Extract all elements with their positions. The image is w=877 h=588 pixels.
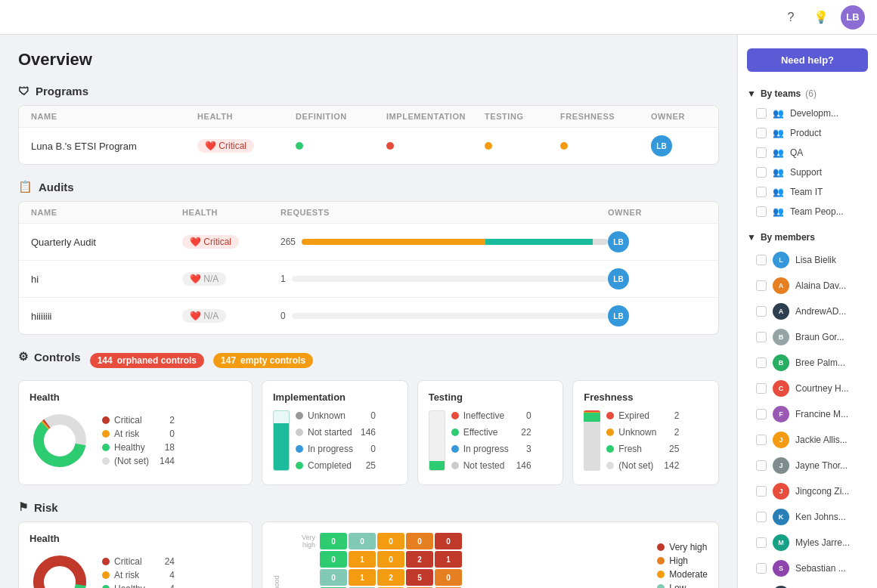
risk-atrisk-dot xyxy=(102,571,110,579)
sidebar-item-member-5[interactable]: C Courtney H... xyxy=(738,376,877,401)
member-checkbox[interactable] xyxy=(756,383,767,394)
member-checkbox[interactable] xyxy=(756,512,767,522)
unknown-dot xyxy=(296,412,303,419)
audit-name: hiiiiiii xyxy=(31,311,182,322)
table-row[interactable]: hiiiiiii ❤️ N/A 0 LB xyxy=(19,298,718,334)
team-icon: 👥 xyxy=(773,108,784,119)
sidebar-item-member-9[interactable]: J Jingcong Zi... xyxy=(738,478,877,504)
member-checkbox[interactable] xyxy=(756,357,767,368)
sidebar-item-member-2[interactable]: A AndrewAD... xyxy=(738,299,877,324)
team-checkbox[interactable] xyxy=(756,147,767,158)
member-checkbox[interactable] xyxy=(756,563,767,574)
team-icon: 👥 xyxy=(773,128,784,138)
controls-icon: ⚙ xyxy=(18,350,28,364)
program-freshness xyxy=(560,141,651,152)
member-checkbox[interactable] xyxy=(756,537,767,548)
low-dot xyxy=(657,584,665,588)
controls-implementation-card: Implementation Unknown 0 xyxy=(262,380,408,485)
sidebar-item-support[interactable]: 👥 Support xyxy=(738,162,877,182)
program-implementation xyxy=(386,141,485,152)
member-avatar: A xyxy=(773,303,789,320)
empty-count-badge[interactable]: 147 empty controls xyxy=(213,353,313,368)
sidebar-item-member-4[interactable]: B Bree Palm... xyxy=(738,350,877,376)
member-checkbox[interactable] xyxy=(756,460,767,471)
team-label: Product xyxy=(790,128,821,138)
member-checkbox[interactable] xyxy=(756,435,767,445)
by-members-header[interactable]: ▼ By members xyxy=(738,227,877,247)
sidebar-item-member-12[interactable]: S Sebastian ... xyxy=(738,556,877,581)
sidebar-item-member-1[interactable]: A Alaina Dav... xyxy=(738,273,877,299)
member-checkbox[interactable] xyxy=(756,409,767,419)
sidebar-item-development[interactable]: 👥 Developm... xyxy=(738,104,877,123)
user-avatar[interactable]: LB xyxy=(841,5,865,29)
member-avatar: M xyxy=(773,534,789,551)
audit-health: ❤️ N/A xyxy=(182,309,280,323)
table-row[interactable]: Quarterly Audit ❤️ Critical 265 LB xyxy=(19,224,718,261)
sidebar-item-member-7[interactable]: J Jackie Allis... xyxy=(738,427,877,453)
sidebar-item-member-11[interactable]: M Myles Jarre... xyxy=(738,530,877,556)
sidebar-item-member-3[interactable]: B Braun Gor... xyxy=(738,324,877,350)
risk-cards: Health Critical 24 xyxy=(18,521,719,588)
team-checkbox[interactable] xyxy=(756,206,767,217)
team-icon: 👥 xyxy=(773,206,784,217)
healthy-dot xyxy=(102,444,110,451)
controls-donut: Critical 2 At risk 0 Healthy xyxy=(29,410,241,471)
risk-legend-healthy: Healthy 4 xyxy=(102,583,175,588)
sidebar-item-member-8[interactable]: J Jayne Thor... xyxy=(738,453,877,478)
team-checkbox[interactable] xyxy=(756,167,767,178)
member-checkbox[interactable] xyxy=(756,332,767,342)
table-row[interactable]: Luna B.'s ETSI Program ❤️ Critical LB xyxy=(19,128,718,164)
risk-healthy-dot xyxy=(102,585,110,588)
audit-requests: 0 xyxy=(280,311,608,321)
col-definition: DEFINITION xyxy=(296,112,386,121)
sidebar-item-teamit[interactable]: 👥 Team IT xyxy=(738,182,877,202)
expired-dot xyxy=(606,412,614,419)
team-checkbox[interactable] xyxy=(756,108,767,119)
fresh-notset-dot xyxy=(606,462,614,469)
help-icon[interactable]: ? xyxy=(780,7,801,28)
audit-owner: LB xyxy=(608,231,706,252)
risk-legend-critical: Critical 24 xyxy=(102,556,175,567)
col-owner: OWNER xyxy=(651,112,711,121)
sidebar-item-teampeople[interactable]: 👥 Team Peop... xyxy=(738,202,877,221)
by-teams-header[interactable]: ▼ By teams (6) xyxy=(738,84,877,104)
risk-icon: ⚑ xyxy=(18,500,28,514)
sidebar-item-member-0[interactable]: L Lisa Bielik xyxy=(738,247,877,273)
orphaned-count-badge[interactable]: 144 orphaned controls xyxy=(90,353,204,368)
sidebar-item-member-13[interactable]: S Seth Warre... xyxy=(738,581,877,588)
need-help-button[interactable]: Need help? xyxy=(747,48,868,72)
member-avatar: L xyxy=(773,252,789,268)
sidebar-item-member-6[interactable]: F Francine M... xyxy=(738,401,877,427)
sidebar-item-product[interactable]: 👥 Product xyxy=(738,123,877,143)
member-label: Lisa Bielik xyxy=(795,255,836,265)
controls-health-legend: Critical 2 At risk 0 Healthy xyxy=(102,415,175,466)
member-checkbox[interactable] xyxy=(756,255,767,265)
audits-table-header: NAME HEALTH REQUESTS OWNER xyxy=(19,202,718,224)
chevron-down-icon: ▼ xyxy=(747,232,756,243)
audits-icon: 📋 xyxy=(18,180,33,193)
member-label: Bree Palm... xyxy=(795,357,845,368)
col-health: HEALTH xyxy=(182,208,280,217)
sidebar-item-member-10[interactable]: K Ken Johns... xyxy=(738,504,877,530)
table-row[interactable]: hi ❤️ N/A 1 LB xyxy=(19,261,718,298)
member-checkbox[interactable] xyxy=(756,486,767,497)
risk-heatmap-card: Likelihood Very high 0 0 0 0 0 xyxy=(262,521,719,588)
member-checkbox[interactable] xyxy=(756,306,767,317)
members-list: L Lisa Bielik A Alaina Dav... A AndrewAD… xyxy=(738,247,877,588)
fresh-unknown-dot xyxy=(606,429,614,436)
member-checkbox[interactable] xyxy=(756,280,767,291)
sidebar-item-qa[interactable]: 👥 QA xyxy=(738,143,877,162)
risk-donut: Critical 24 At risk 4 Healthy xyxy=(29,552,241,588)
risk-donut-chart xyxy=(29,552,90,588)
bulb-icon[interactable]: 💡 xyxy=(810,7,832,28)
team-checkbox[interactable] xyxy=(756,187,767,197)
by-teams-count: (6) xyxy=(805,88,817,99)
team-checkbox[interactable] xyxy=(756,128,767,138)
member-avatar: J xyxy=(773,432,789,448)
controls-section: ⚙ Controls 144 orphaned controls 147 emp… xyxy=(18,350,719,485)
audits-label: Audits xyxy=(39,181,74,193)
heatmap-with-axis: Likelihood Very high 0 0 0 0 0 xyxy=(273,533,708,588)
team-icon: 👥 xyxy=(773,167,784,178)
controls-label: Controls xyxy=(34,351,81,364)
member-avatar: K xyxy=(773,509,789,525)
